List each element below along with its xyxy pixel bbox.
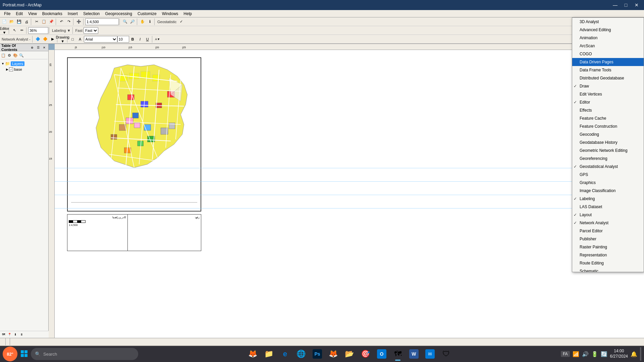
toc-tab3[interactable]: 🎨 bbox=[13, 53, 18, 58]
geostat-check[interactable]: ✓ bbox=[177, 18, 185, 25]
dropdown-item-edit-vertices[interactable]: Edit Vertices bbox=[572, 90, 644, 98]
menu-view[interactable]: View bbox=[25, 10, 40, 17]
dropdown-item-geostatistical-analyst[interactable]: Geostatistical Analyst bbox=[572, 163, 644, 171]
network-icon[interactable]: 📶 bbox=[573, 351, 579, 357]
dropdown-item-feature-construction[interactable]: Feature Construction bbox=[572, 122, 644, 130]
dropdown-item-animation[interactable]: Animation bbox=[572, 34, 644, 42]
dropdown-item-graphics[interactable]: Graphics bbox=[572, 179, 644, 187]
search-input[interactable] bbox=[43, 352, 134, 357]
toc-bottom-btn1[interactable]: 🗺 bbox=[1, 332, 6, 337]
na-btn1[interactable]: 🔷 bbox=[34, 36, 42, 43]
sync-icon[interactable]: 🔄 bbox=[601, 351, 607, 357]
fast-select[interactable]: Fast bbox=[84, 27, 98, 34]
close-button[interactable]: ✕ bbox=[632, 1, 641, 9]
toc-bottom-btn2[interactable]: 📍 bbox=[7, 332, 12, 337]
battery-icon[interactable]: 🔋 bbox=[591, 351, 598, 357]
taskbar-app-chrome[interactable]: 🌐 bbox=[294, 347, 309, 361]
taskbar-app-security[interactable]: 🛡 bbox=[439, 347, 453, 361]
taskbar-app-word[interactable]: W bbox=[407, 347, 421, 361]
toc-btn1[interactable]: ⊕ bbox=[30, 45, 35, 50]
dropdown-item-network-analyst[interactable]: Network Analyst bbox=[572, 219, 644, 227]
dropdown-item-effects[interactable]: Effects bbox=[572, 106, 644, 114]
taskbar-app-email[interactable]: ✉ bbox=[423, 347, 437, 361]
dropdown-item-layout[interactable]: Layout bbox=[572, 211, 644, 219]
taskbar-app-explorer[interactable]: 📁 bbox=[262, 347, 276, 361]
paste-btn[interactable]: 📌 bbox=[48, 18, 55, 25]
volume-icon[interactable]: 🔊 bbox=[582, 351, 589, 357]
zoom-in-btn[interactable]: 🔍 bbox=[121, 18, 129, 25]
notification-icon[interactable]: 🔔 bbox=[631, 351, 637, 357]
toc-bottom-btn4[interactable]: ⏸ bbox=[19, 332, 24, 337]
dropdown-item-feature-cache[interactable]: Feature Cache bbox=[572, 114, 644, 122]
zoom-out-btn[interactable]: 🔎 bbox=[129, 18, 136, 25]
save-btn[interactable]: 💾 bbox=[15, 18, 23, 25]
font-size-input[interactable] bbox=[117, 36, 129, 43]
dropdown-item-advanced-editing[interactable]: Advanced Editing bbox=[572, 26, 644, 34]
toc-tab1[interactable]: 📋 bbox=[1, 53, 6, 58]
taskbar-app-app1[interactable]: 🎯 bbox=[358, 347, 373, 361]
weather-badge[interactable]: 82° bbox=[3, 347, 17, 361]
drawing-btn[interactable]: Drawing ▼ bbox=[59, 36, 66, 43]
draw-rect-btn[interactable]: □ bbox=[69, 36, 76, 43]
taskbar-app-firefox[interactable]: 🦊 bbox=[246, 347, 260, 361]
new-btn[interactable]: 📄 bbox=[1, 18, 8, 25]
na-btn3[interactable]: ▶ bbox=[49, 36, 56, 43]
menu-file[interactable]: File bbox=[1, 10, 13, 17]
toc-tab4[interactable]: 🔍 bbox=[19, 53, 24, 58]
italic-btn[interactable]: I bbox=[137, 36, 144, 43]
print-btn[interactable]: 🖨 bbox=[23, 18, 30, 25]
toc-bottom-btn3[interactable]: ⬇ bbox=[13, 332, 18, 337]
copy-btn[interactable]: 📋 bbox=[40, 18, 48, 25]
dropdown-item-image-classification[interactable]: Image Classification bbox=[572, 187, 644, 195]
undo-btn[interactable]: ↶ bbox=[58, 18, 65, 25]
editor-dropdown-btn[interactable]: Editor ▼ bbox=[1, 27, 8, 34]
toc-base-item[interactable]: ▶ ✓ base bbox=[5, 67, 48, 72]
dropdown-item-data-driven-pages[interactable]: Data Driven Pages bbox=[572, 58, 644, 66]
taskbar-app-photoshop[interactable]: Ps bbox=[310, 347, 325, 361]
base-checkbox[interactable]: ✓ bbox=[9, 67, 13, 71]
dropdown-item-cogo[interactable]: COGO bbox=[572, 50, 644, 58]
menu-edit[interactable]: Edit bbox=[13, 10, 25, 17]
underline-btn[interactable]: U bbox=[144, 36, 151, 43]
map-area[interactable]: |5 |10 |15 |20 |25 35 30 25 20 15 bbox=[49, 44, 644, 338]
dropdown-item-distributed-geodatabase[interactable]: Distributed Geodatabase bbox=[572, 74, 644, 82]
dropdown-item-editor[interactable]: Editor bbox=[572, 98, 644, 106]
maximize-button[interactable]: □ bbox=[621, 1, 631, 9]
cut-btn[interactable]: ✂ bbox=[33, 18, 40, 25]
redo-btn[interactable]: ↷ bbox=[65, 18, 72, 25]
menu-insert[interactable]: Insert bbox=[65, 10, 80, 17]
dropdown-item-parcel-editor[interactable]: Parcel Editor bbox=[572, 227, 644, 235]
menu-selection[interactable]: Selection bbox=[80, 10, 102, 17]
bold-btn[interactable]: B bbox=[129, 36, 137, 43]
edit-tool-btn[interactable]: ↖ bbox=[11, 27, 18, 34]
dropdown-item-representation[interactable]: Representation bbox=[572, 251, 644, 259]
scale-input[interactable]: 1:4,500 bbox=[85, 18, 119, 25]
start-button[interactable] bbox=[17, 347, 31, 361]
show-desktop-btn[interactable] bbox=[640, 347, 641, 361]
taskbar-app-outlook[interactable]: O bbox=[374, 347, 389, 361]
clock[interactable]: 14:00 6/27/2024 bbox=[610, 349, 628, 359]
dropdown-item-geometric-network-editing[interactable]: Geometric Network Editing bbox=[572, 146, 644, 155]
dropdown-item-las-dataset[interactable]: LAS Dataset bbox=[572, 203, 644, 211]
dropdown-item-arcscan[interactable]: ArcScan bbox=[572, 42, 644, 50]
toc-layers[interactable]: ▼ 📁 Layers bbox=[1, 61, 48, 67]
taskbar-app-folder[interactable]: 📂 bbox=[342, 347, 357, 361]
menu-geoprocessing[interactable]: Geoprocessing bbox=[102, 10, 135, 17]
dropdown-item-publisher[interactable]: Publisher bbox=[572, 235, 644, 243]
taskbar-app-edge[interactable]: e bbox=[278, 347, 292, 361]
add-data-btn[interactable]: ➕ bbox=[75, 18, 83, 25]
na-btn2[interactable]: 🔶 bbox=[42, 36, 49, 43]
dropdown-item-3d-analyst[interactable]: 3D Analyst bbox=[572, 18, 644, 26]
minimize-button[interactable]: — bbox=[610, 1, 620, 9]
dropdown-item-route-editing[interactable]: Route Editing bbox=[572, 259, 644, 267]
toc-close[interactable]: ✕ bbox=[42, 45, 47, 50]
language-indicator[interactable]: FA bbox=[561, 351, 570, 357]
menu-help[interactable]: Help bbox=[181, 10, 195, 17]
menu-bookmarks[interactable]: Bookmarks bbox=[40, 10, 65, 17]
menu-customize[interactable]: Customize bbox=[135, 10, 159, 17]
zoom-input[interactable]: 36% bbox=[28, 27, 48, 34]
dropdown-item-raster-painting[interactable]: Raster Painting bbox=[572, 243, 644, 251]
toc-btn2[interactable]: ☰ bbox=[36, 45, 41, 50]
color-btn[interactable]: A▼ bbox=[154, 36, 161, 43]
dropdown-item-gps[interactable]: GPS bbox=[572, 171, 644, 179]
